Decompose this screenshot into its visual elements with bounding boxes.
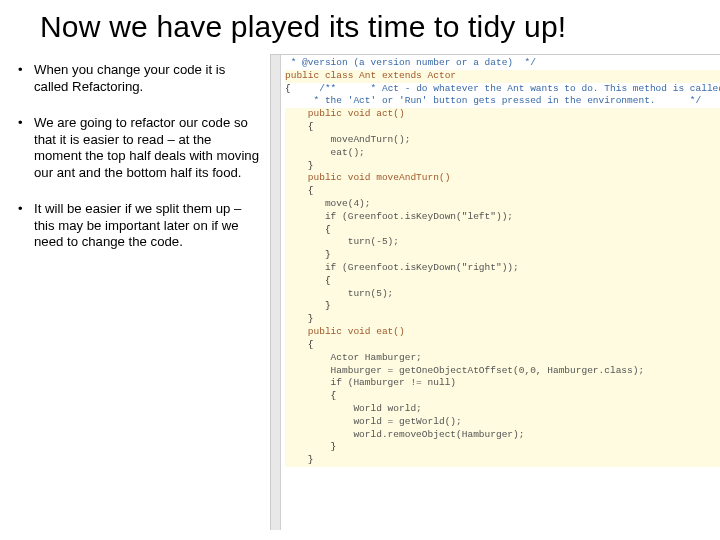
code-line: if (Hamburger != null) (285, 377, 720, 390)
code-line: World world; (285, 403, 720, 416)
code-line: */ (661, 95, 701, 106)
code-line: turn(-5); (285, 236, 720, 249)
code-line: { (285, 390, 720, 403)
code-line: if (Greenfoot.isKeyDown("right")); (285, 262, 720, 275)
code-line: public void act() (285, 108, 720, 121)
code-line: { (285, 339, 720, 352)
code-line: public void moveAndTurn() (285, 172, 720, 185)
code-line: * @version (a version number or a date) (285, 57, 513, 68)
code-line: moveAndTurn(); (285, 134, 720, 147)
list-item: • When you change your code it is called… (18, 62, 260, 95)
code-editor: * @version (a version number or a date) … (270, 54, 720, 530)
code-line: public void eat() (285, 326, 720, 339)
code-line: Actor Hamburger; (285, 352, 720, 365)
bullet-dot-icon: • (18, 115, 34, 181)
code-line: } (285, 300, 720, 313)
code-line: } (285, 249, 720, 262)
bullet-dot-icon: • (18, 62, 34, 95)
bullet-text: When you change your code it is called R… (34, 62, 260, 95)
slide-title: Now we have played its time to tidy up! (0, 0, 720, 44)
code-gutter (271, 55, 281, 530)
bullet-text: It will be easier if we split them up – … (34, 201, 260, 251)
code-body: * @version (a version number or a date) … (281, 55, 720, 467)
code-line: public class Ant extends Actor (285, 70, 720, 83)
code-line: { (285, 275, 720, 288)
list-item: • It will be easier if we split them up … (18, 201, 260, 251)
code-line: } (285, 160, 720, 173)
code-line: } (285, 313, 720, 326)
code-line: eat(); (285, 147, 720, 160)
slide-content: • When you change your code it is called… (0, 54, 720, 530)
code-line: move(4); (285, 198, 720, 211)
code-line: turn(5); (285, 288, 720, 301)
bullet-dot-icon: • (18, 201, 34, 251)
code-line: * Act - do whatever the Ant wants to do.… (342, 83, 720, 94)
code-line: { (285, 224, 720, 237)
code-line: Hamburger = getOneObjectAtOffset(0,0, Ha… (285, 365, 720, 378)
code-line: /** (296, 83, 336, 94)
code-line: */ (519, 57, 536, 68)
code-line: } (285, 454, 720, 467)
code-line: * the 'Act' or 'Run' button gets pressed… (285, 95, 656, 106)
code-line: world = getWorld(); (285, 416, 720, 429)
bullet-text: We are going to refactor our code so tha… (34, 115, 260, 181)
code-line: if (Greenfoot.isKeyDown("left")); (285, 211, 720, 224)
code-line: world.removeObject(Hamburger); (285, 429, 720, 442)
list-item: • We are going to refactor our code so t… (18, 115, 260, 181)
code-line: { (285, 185, 720, 198)
code-line: { (285, 83, 291, 94)
code-line: { (285, 121, 720, 134)
code-line: } (285, 441, 720, 454)
bullet-list: • When you change your code it is called… (0, 54, 270, 530)
